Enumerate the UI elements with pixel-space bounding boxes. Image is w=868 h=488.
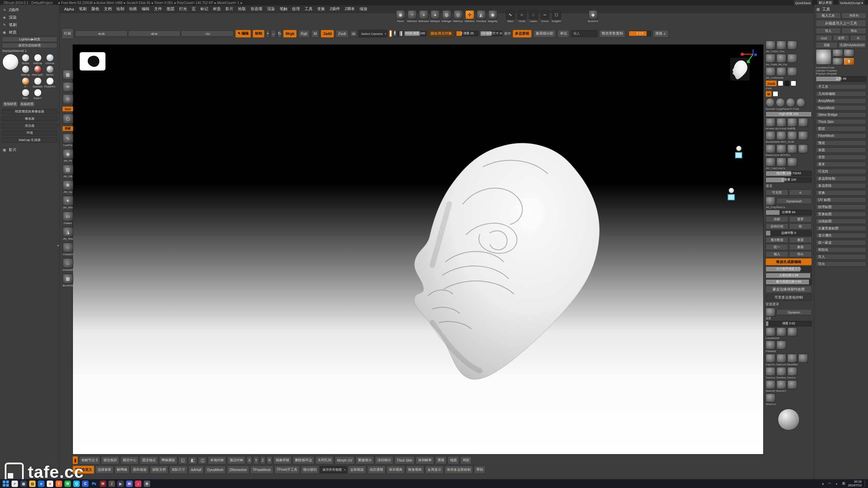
button-遮罩[interactable]: 遮罩 [816, 162, 866, 167]
brush-icon-circle[interactable]: ○Circle [517, 10, 527, 23]
button-导入[interactable]: 导入 [816, 254, 866, 260]
button-地面[interactable]: 地面 [448, 456, 459, 464]
shelf-button-goz[interactable]: GoZ [62, 106, 73, 111]
brush-thumb[interactable] [766, 131, 775, 140]
material-thumb-blinn[interactable]: Blinn [20, 89, 31, 100]
material-thumb-sksha[interactable]: SkSha [20, 54, 31, 65]
button-冻结细分[interactable]: 冻结细分 [375, 456, 393, 464]
button-灯光[interactable]: 灯光 [177, 5, 189, 13]
brush-thumb[interactable] [766, 393, 775, 402]
active-color-swatch[interactable] [389, 30, 392, 37]
slider-细分数[interactable]: 细分数 144.73243 [766, 171, 812, 176]
material-thumb-rs-der11[interactable]: RS)DER11 [44, 77, 56, 88]
rotate-icon[interactable]: ↻ [277, 30, 281, 38]
palette-笔刷[interactable]: ✎笔刷 [2, 21, 57, 28]
taskbar-app-player[interactable]: ▶ [117, 481, 124, 487]
button-可见性[interactable]: 可见性 [766, 189, 788, 196]
slider-人体比例[interactable]: 人体比例 0.98 [766, 273, 812, 278]
button-拾取[interactable]: 拾取 [236, 5, 248, 13]
button-画布缩放[interactable]: 画布缩放 [131, 466, 149, 474]
button-复制材质[interactable]: 复制材质 [2, 101, 18, 107]
active-tool-thumb[interactable] [816, 49, 831, 65]
button-dynamic[interactable]: Dynamic [776, 309, 812, 315]
button-细分级别[interactable]: 细分级别 [301, 466, 319, 474]
color-swatch[interactable] [784, 81, 790, 86]
material-thumb-chrome[interactable]: Chrome [44, 54, 56, 65]
button-删除循环边[interactable]: 删除循环边 [293, 456, 314, 464]
slider-z[interactable]: Z 2.5 [629, 31, 651, 36]
button-0[interactable]: 0 [789, 189, 812, 196]
button-工具[interactable]: 工具 [302, 5, 315, 13]
tray-expand-icon[interactable]: ∧ [820, 480, 826, 487]
save-startup-material-button[interactable]: 保存为启动材质 [2, 43, 57, 48]
button-输入[interactable]: 输入 [766, 251, 788, 257]
tray-collapse-arrow[interactable]: ◂ [57, 243, 59, 247]
material-thumb-superc[interactable]: SuperC [32, 89, 43, 100]
button-全部[interactable]: 全部 [833, 35, 849, 41]
button-多边形绘制[interactable]: 多边形绘制 [816, 176, 866, 181]
button-选择套索[interactable]: 选择套索 [95, 466, 114, 474]
button-显示数量[interactable]: 显示数量 [766, 237, 788, 243]
brush-thumb[interactable] [766, 308, 775, 317]
button-图层[interactable]: 图层 [816, 126, 866, 131]
slider-强度[interactable]: 强度 0.02 [766, 321, 812, 326]
tool-thumb[interactable]: S [844, 58, 854, 65]
button-实际尺寸[interactable]: 实际尺寸 [169, 466, 188, 474]
light-color-swatch[interactable] [728, 194, 735, 200]
button-matcap-生成器[interactable]: MatCap 生成器 [2, 138, 57, 143]
button-锁定焦距[interactable]: 锁定焦距 [101, 456, 119, 464]
brush-thumb[interactable] [766, 380, 775, 389]
scale-icon[interactable]: ↔ [271, 30, 276, 38]
light-color-swatch[interactable] [735, 152, 742, 158]
button-绘制[interactable]: 绘制 [253, 30, 264, 38]
button-帮助[interactable]: 帮助 [474, 466, 486, 474]
button-dynamesh[interactable]: DynaMesh [205, 466, 226, 474]
button-保存视角[interactable]: 保存视角 [387, 466, 405, 474]
button-颜色填充对象[interactable]: 颜色填充对象 [428, 30, 454, 38]
brush-thumb[interactable] [766, 197, 775, 205]
button-可变多边形组抑制[interactable]: 可变多边形组抑制 [766, 294, 812, 301]
button-可见性[interactable]: 可见性 [816, 169, 866, 174]
slider-rgb-强度[interactable]: RGB 强度 100 [404, 31, 427, 36]
button-显示属性[interactable]: 显示属性 [816, 233, 866, 238]
button-uv-贴图[interactable]: UV 贴图 [816, 197, 866, 203]
wifi-icon[interactable]: ◠ [827, 480, 832, 487]
brush-icon-mahgel[interactable]: ◍MAHgel [441, 10, 452, 23]
slider-主数量[interactable]: 主数量 100 [766, 177, 812, 183]
material-thumb-basicma[interactable]: BasicMa [32, 77, 43, 88]
button-颜色[interactable]: 颜色 [89, 5, 101, 13]
shelf-icon-item[interactable]: ⬡ [62, 114, 74, 124]
brush-thumb[interactable] [787, 54, 797, 63]
material-thumb-matcap红[interactable]: MatCap红 [32, 65, 43, 77]
brush-icon-mahcad[interactable]: ◑MAHcad [418, 10, 429, 23]
brush-thumb[interactable] [776, 98, 785, 107]
brush-icon-brushcs[interactable]: ◆BrushCs [588, 10, 598, 23]
button-统一[interactable]: 统一 [766, 244, 788, 250]
button-本地对称[interactable]: 本地对称 [208, 456, 226, 464]
color-swatch[interactable] [778, 81, 783, 86]
button-tposemesh[interactable]: TPoseMesh [250, 466, 273, 474]
button-环境[interactable]: 环境 [2, 130, 57, 136]
button-影片[interactable]: 影片 [223, 5, 236, 13]
brush-icon-dragre[interactable]: □DragRe [551, 10, 561, 23]
taskbar-app-settings[interactable]: ⚙ [144, 481, 150, 487]
button-最高细分阶[interactable]: 最高细分阶 [533, 30, 556, 38]
button-zsub[interactable]: Zsub [766, 80, 777, 86]
button-zsub[interactable]: Zsub [336, 30, 348, 38]
button-保持多边形绘制[interactable]: 保持多边形绘制 [445, 466, 473, 474]
brush-thumb[interactable] [766, 327, 775, 336]
taskbar-app-music[interactable]: ♪ [135, 481, 141, 487]
brush-icon-mahpol[interactable]: ◕MAHpol [430, 10, 440, 23]
brush-thumb[interactable] [776, 131, 786, 140]
lightbulb-icon[interactable] [736, 146, 742, 151]
button-固定锚点[interactable]: 固定锚点 [140, 456, 158, 464]
slider-边缘环数[interactable]: 边缘环数 0 [766, 230, 812, 236]
taskbar-app-firefox[interactable]: f [56, 481, 62, 487]
material-thumb-matcap[interactable]: MatCap [32, 54, 43, 65]
button-35[interactable]: 35 [350, 30, 357, 37]
button-绘制[interactable]: 绘制 [114, 5, 126, 13]
button-导入[interactable]: 导入 [816, 28, 841, 34]
light-control-2[interactable] [728, 188, 735, 200]
volume-icon[interactable]: ◖ [834, 480, 839, 487]
tool-thumb[interactable] [832, 49, 843, 57]
